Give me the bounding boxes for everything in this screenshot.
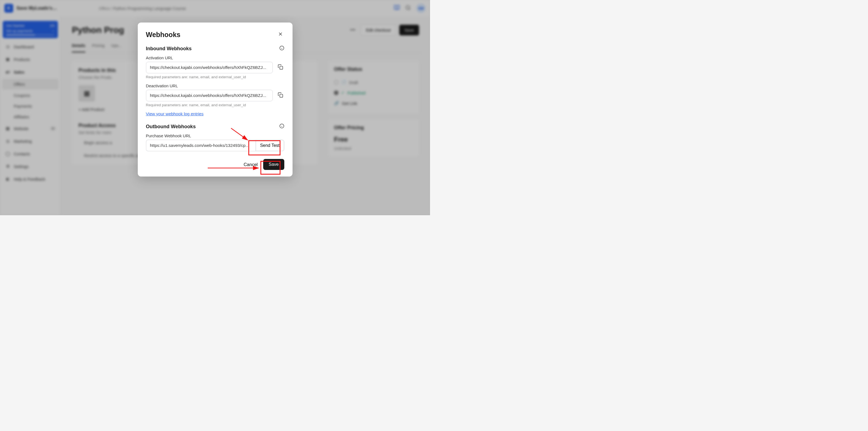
webhook-log-link[interactable]: View your webhook log entries	[146, 112, 204, 116]
outbound-heading: Outbound Webhooks	[146, 124, 196, 130]
modal-backdrop[interactable]: Webhooks Inbound Webhooks Activation URL…	[0, 0, 430, 215]
save-button[interactable]: Save	[263, 159, 284, 170]
deactivation-label: Deactivation URL	[146, 84, 284, 88]
modal-title: Webhooks	[146, 31, 181, 39]
activation-url-input[interactable]: https://checkout.kajabi.com/webhooks/off…	[146, 62, 273, 73]
deactivation-hint: Required parameters are: name, email, an…	[146, 103, 284, 107]
send-test-button[interactable]: Send Test	[255, 140, 284, 151]
svg-rect-7	[280, 66, 283, 69]
outbound-info-icon[interactable]	[279, 124, 284, 130]
webhooks-modal: Webhooks Inbound Webhooks Activation URL…	[138, 23, 292, 177]
activation-hint: Required parameters are: name, email, an…	[146, 75, 284, 79]
copy-deactivation-button[interactable]	[277, 91, 284, 100]
purchase-label: Purchase Webhook URL	[146, 133, 284, 138]
deactivation-url-input[interactable]: https://checkout.kajabi.com/webhooks/off…	[146, 90, 273, 101]
activation-label: Activation URL	[146, 56, 284, 60]
svg-rect-8	[280, 94, 283, 97]
purchase-url-input[interactable]	[146, 140, 255, 151]
cancel-button[interactable]: Cancel	[242, 159, 259, 170]
copy-activation-button[interactable]	[277, 63, 284, 72]
inbound-heading: Inbound Webhooks	[146, 46, 192, 52]
close-button[interactable]	[277, 30, 284, 39]
inbound-info-icon[interactable]	[279, 45, 284, 52]
